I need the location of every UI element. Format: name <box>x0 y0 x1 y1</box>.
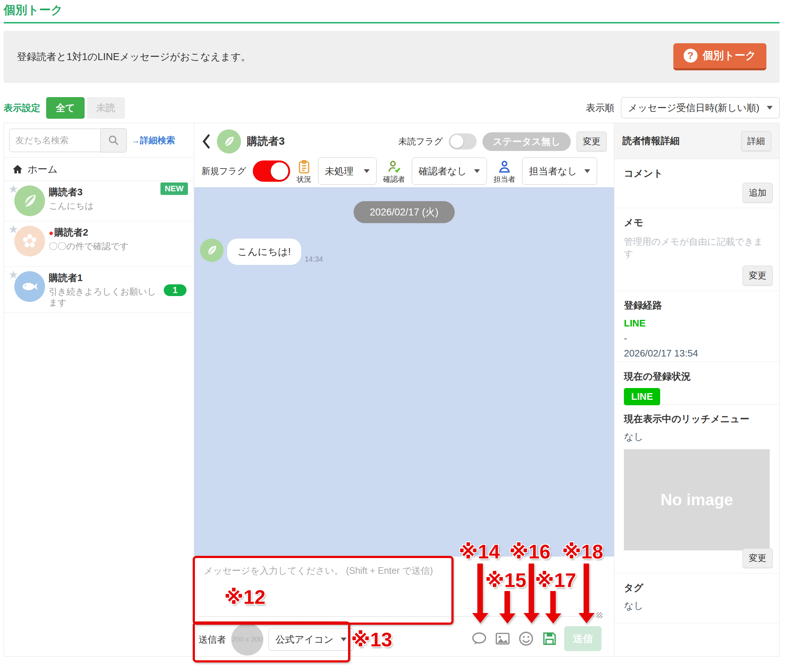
home-icon <box>12 164 23 175</box>
home-label: ホーム <box>27 163 57 176</box>
new-badge: NEW <box>160 182 188 195</box>
line-status-badge: LINE <box>624 388 660 405</box>
sender-avatar-placeholder: 200 x 200 <box>231 623 263 655</box>
detail-button[interactable]: 詳細 <box>741 131 771 151</box>
sender-select-value: 公式アイコン <box>275 633 333 646</box>
filter-row: 表示設定 全て 未読 表示順 メッセージ受信日時(新しい順) <box>3 97 780 119</box>
friend-list-item[interactable]: ★ ●購読者2 〇〇の件で確認です <box>4 221 194 267</box>
search-input[interactable] <box>9 128 101 152</box>
memo-label: メモ <box>624 216 771 229</box>
registration-route-label: 登録経路 <box>624 299 771 312</box>
checker-icon <box>387 159 402 174</box>
resize-handle[interactable] <box>596 612 602 618</box>
chevron-down-icon <box>341 638 347 641</box>
reader-info-title: 読者情報詳細 <box>623 135 680 147</box>
clipboard-icon <box>297 159 311 174</box>
registration-route-section: 登録経路 LINE - 2026/02/17 13:54 <box>614 291 779 362</box>
comment-label: コメント <box>624 167 771 180</box>
richmenu-no-image: No image <box>624 449 770 550</box>
friend-message-preview: 〇〇の件で確認です <box>49 241 159 252</box>
send-controls: 送信 <box>471 626 602 651</box>
memo-change-button[interactable]: 変更 <box>742 266 773 285</box>
chat-message-row: こんにちは! 14:34 <box>200 238 323 265</box>
status-select[interactable]: 未処理 <box>318 157 376 185</box>
checker-select[interactable]: 確認者なし <box>412 157 487 185</box>
new-flag-toggle[interactable] <box>253 160 290 182</box>
status-pill: ステータス無し <box>483 132 571 151</box>
current-status-section: 現在の登録状況 LINE <box>614 362 779 405</box>
tag-label: タグ <box>624 581 771 594</box>
friend-message-preview: 引き続きよろしくお願いします <box>49 286 159 308</box>
friend-list-panel: →詳細検索 ホーム ★ <box>4 123 194 656</box>
status-select-value: 未処理 <box>325 165 354 178</box>
avatar <box>14 271 45 302</box>
sender-select[interactable]: 公式アイコン <box>268 628 354 651</box>
comment-add-button[interactable]: 追加 <box>742 183 773 203</box>
send-button[interactable]: 送信 <box>564 626 602 651</box>
intro-bar: 登録読者と1対1のLINEメッセージがおこなえます。 ? 個別トーク <box>3 31 780 83</box>
search-button[interactable] <box>101 128 127 152</box>
status-change-button[interactable]: 変更 <box>577 132 607 151</box>
tab-all[interactable]: 全て <box>46 97 84 119</box>
chevron-down-icon <box>584 169 590 173</box>
friend-message-preview: こんにちは <box>49 201 159 211</box>
emoji-icon[interactable] <box>517 630 535 647</box>
back-button[interactable] <box>201 134 211 149</box>
registration-datetime: 2026/02/17 13:54 <box>624 348 771 359</box>
checker-label: 確認者 <box>383 176 405 183</box>
friend-search-row: →詳細検索 <box>4 123 194 157</box>
message-time: 14:34 <box>305 255 323 263</box>
unread-count-badge: 1 <box>164 284 186 296</box>
fish-avatar <box>14 271 45 302</box>
message-bubble: こんにちは! <box>227 238 301 265</box>
tag-value: なし <box>624 599 771 612</box>
friend-name: ●購読者2 <box>49 226 188 238</box>
intro-text: 登録読者と1対1のLINEメッセージがおこなえます。 <box>17 50 251 63</box>
save-icon[interactable] <box>541 630 558 647</box>
richmenu-change-button[interactable]: 変更 <box>742 548 773 568</box>
composer: 送信者 200 x 200 公式アイコン <box>194 557 614 656</box>
friend-list-item[interactable]: ★ 購読者3 こんにちは NEW <box>4 181 194 221</box>
friend-name: 購読者1 <box>49 272 188 284</box>
current-status-label: 現在の登録状況 <box>624 370 771 383</box>
registration-channel: LINE <box>624 318 771 329</box>
individual-talk-page: 個別トーク 登録読者と1対1のLINEメッセージがおこなえます。 ? 個別トーク… <box>0 0 810 672</box>
message-input[interactable] <box>199 561 603 617</box>
avatar <box>14 226 45 257</box>
checker-select-value: 確認者なし <box>419 165 467 178</box>
speech-bubble-icon[interactable] <box>471 630 488 647</box>
richmenu-value: なし <box>624 431 771 443</box>
chat-header: 購読者3 未読フラグ ステータス無し 変更 新規フラグ <box>194 123 614 187</box>
flower-avatar <box>14 226 45 257</box>
help-button[interactable]: ? 個別トーク <box>673 43 766 70</box>
avatar <box>14 186 45 216</box>
sort-label: 表示順 <box>586 101 614 114</box>
tab-unread[interactable]: 未読 <box>87 97 125 119</box>
display-settings-label: 表示設定 <box>3 102 40 114</box>
chat-partner-name: 購読者3 <box>247 134 285 149</box>
unread-flag-toggle[interactable] <box>449 133 477 150</box>
page-title: 個別トーク <box>3 2 63 18</box>
chevron-down-icon <box>364 169 370 173</box>
friend-list-item[interactable]: ★ 購読者1 引き続きよろしくお願いします 1 <box>4 267 194 312</box>
new-flag-label: 新規フラグ <box>201 165 246 177</box>
image-icon[interactable] <box>494 630 511 647</box>
reader-info-header: 読者情報詳細 詳細 <box>614 123 779 159</box>
question-icon: ? <box>683 49 697 62</box>
sort-select[interactable]: メッセージ受信日時(新しい順) <box>621 97 780 118</box>
unread-dot: ● <box>49 228 54 237</box>
comment-section: コメント 追加 <box>614 159 779 208</box>
leaf-avatar <box>14 186 45 216</box>
chevron-down-icon <box>474 169 480 173</box>
assignee-label: 担当者 <box>493 176 515 183</box>
assignee-select-value: 担当者なし <box>529 165 577 178</box>
title-underline <box>3 22 780 24</box>
chat-panel: 購読者3 未読フラグ ステータス無し 変更 新規フラグ <box>194 123 614 656</box>
status-label: 状況 <box>297 176 311 183</box>
reader-info-panel: 読者情報詳細 詳細 コメント 追加 メモ 管理用のメモが自由に記載できます 変更… <box>614 123 779 656</box>
assignee-select[interactable]: 担当者なし <box>522 157 597 185</box>
sort-select-value: メッセージ受信日時(新しい順) <box>628 101 759 114</box>
sidebar-item-home[interactable]: ホーム <box>4 157 194 181</box>
advanced-search-link[interactable]: →詳細検索 <box>131 135 175 146</box>
sender-label: 送信者 <box>199 633 226 646</box>
